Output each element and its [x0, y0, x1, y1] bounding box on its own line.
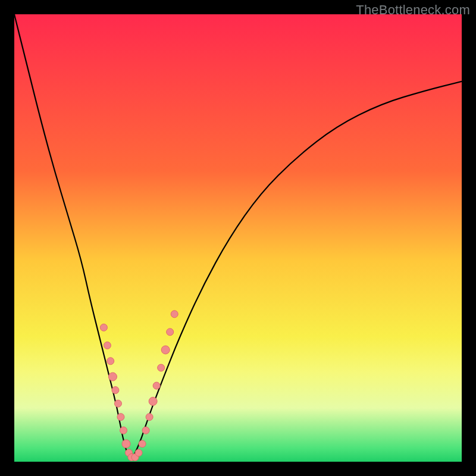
- marker-point: [108, 372, 117, 381]
- chart-frame: TheBottleneck.com: [0, 0, 476, 476]
- marker-point: [120, 427, 127, 434]
- marker-point: [117, 414, 124, 421]
- marker-point: [171, 311, 178, 318]
- marker-point: [139, 440, 146, 447]
- marker-point: [104, 342, 111, 349]
- marker-point: [100, 324, 107, 331]
- marker-point: [158, 364, 165, 371]
- marker-point: [112, 387, 119, 394]
- marker-point: [114, 400, 121, 407]
- marker-point: [122, 440, 130, 448]
- plot-area: [14, 14, 462, 462]
- marker-point: [135, 449, 142, 456]
- marker-point: [146, 414, 153, 421]
- marker-point: [149, 397, 157, 405]
- marker-point: [161, 346, 170, 354]
- chart-svg: [14, 14, 462, 462]
- gradient-background: [14, 14, 462, 462]
- marker-point: [153, 382, 160, 389]
- marker-point: [167, 328, 174, 336]
- marker-point: [142, 427, 149, 434]
- marker-point: [107, 358, 114, 365]
